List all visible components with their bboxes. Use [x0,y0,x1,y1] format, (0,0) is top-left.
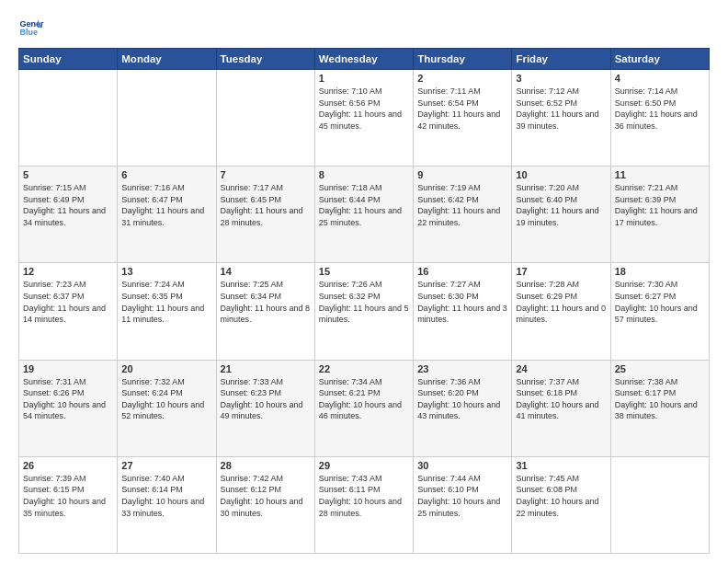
calendar-cell: 24Sunrise: 7:37 AMSunset: 6:18 PMDayligh… [512,360,610,456]
calendar-cell: 6Sunrise: 7:16 AMSunset: 6:47 PMDaylight… [118,167,216,263]
day-info: Sunrise: 7:42 AMSunset: 6:12 PMDaylight:… [221,473,311,519]
day-header-saturday: Saturday [610,49,709,70]
svg-text:Blue: Blue [19,28,38,37]
day-info: Sunrise: 7:14 AMSunset: 6:50 PMDaylight:… [615,86,705,132]
calendar-week-row-1: 1Sunrise: 7:10 AMSunset: 6:56 PMDaylight… [19,70,710,167]
top-section: General Blue [18,15,710,40]
calendar-cell: 30Sunrise: 7:44 AMSunset: 6:10 PMDayligh… [414,456,512,553]
day-info: Sunrise: 7:20 AMSunset: 6:40 PMDaylight:… [516,182,606,228]
day-info: Sunrise: 7:17 AMSunset: 6:45 PMDaylight:… [221,182,311,228]
calendar-week-row-4: 19Sunrise: 7:31 AMSunset: 6:26 PMDayligh… [19,360,710,456]
day-number: 29 [319,460,409,471]
day-info: Sunrise: 7:39 AMSunset: 6:15 PMDaylight:… [23,473,113,519]
calendar-cell: 9Sunrise: 7:19 AMSunset: 6:42 PMDaylight… [414,167,512,263]
day-number: 27 [121,460,211,471]
calendar-cell: 11Sunrise: 7:21 AMSunset: 6:39 PMDayligh… [610,167,709,263]
calendar-cell [216,70,314,167]
day-info: Sunrise: 7:33 AMSunset: 6:23 PMDaylight:… [221,376,311,422]
day-info: Sunrise: 7:11 AMSunset: 6:54 PMDaylight:… [417,86,507,132]
day-number: 24 [516,363,606,374]
calendar-cell: 1Sunrise: 7:10 AMSunset: 6:56 PMDaylight… [314,70,413,167]
calendar-cell: 13Sunrise: 7:24 AMSunset: 6:35 PMDayligh… [118,263,216,360]
day-number: 28 [221,460,311,471]
day-info: Sunrise: 7:23 AMSunset: 6:37 PMDaylight:… [23,279,113,325]
calendar-cell: 27Sunrise: 7:40 AMSunset: 6:14 PMDayligh… [118,456,216,553]
day-number: 3 [516,73,606,84]
calendar-cell: 26Sunrise: 7:39 AMSunset: 6:15 PMDayligh… [19,456,118,553]
calendar-cell [610,456,709,553]
day-info: Sunrise: 7:43 AMSunset: 6:11 PMDaylight:… [319,473,409,519]
day-number: 6 [121,169,211,180]
day-number: 16 [417,266,507,277]
day-header-friday: Friday [512,49,610,70]
page: General Blue SundayMondayTuesdayWednesda… [0,0,728,563]
day-info: Sunrise: 7:31 AMSunset: 6:26 PMDaylight:… [23,376,113,422]
day-info: Sunrise: 7:37 AMSunset: 6:18 PMDaylight:… [516,376,606,422]
day-number: 26 [23,460,113,471]
day-info: Sunrise: 7:28 AMSunset: 6:29 PMDaylight:… [516,279,606,325]
day-info: Sunrise: 7:16 AMSunset: 6:47 PMDaylight:… [121,182,211,228]
day-number: 12 [23,266,113,277]
calendar-cell: 31Sunrise: 7:45 AMSunset: 6:08 PMDayligh… [512,456,610,553]
day-header-thursday: Thursday [414,49,512,70]
day-info: Sunrise: 7:40 AMSunset: 6:14 PMDaylight:… [121,473,211,519]
day-number: 4 [615,73,705,84]
day-info: Sunrise: 7:45 AMSunset: 6:08 PMDaylight:… [516,473,606,519]
logo: General Blue [18,15,44,40]
calendar-cell: 23Sunrise: 7:36 AMSunset: 6:20 PMDayligh… [414,360,512,456]
logo-icon: General Blue [18,15,44,40]
day-number: 11 [615,169,705,180]
calendar-cell: 21Sunrise: 7:33 AMSunset: 6:23 PMDayligh… [216,360,314,456]
calendar-cell: 25Sunrise: 7:38 AMSunset: 6:17 PMDayligh… [610,360,709,456]
day-header-monday: Monday [118,49,216,70]
calendar-week-row-3: 12Sunrise: 7:23 AMSunset: 6:37 PMDayligh… [19,263,710,360]
calendar-cell: 15Sunrise: 7:26 AMSunset: 6:32 PMDayligh… [314,263,413,360]
calendar-cell: 28Sunrise: 7:42 AMSunset: 6:12 PMDayligh… [216,456,314,553]
day-number: 31 [516,460,606,471]
calendar-week-row-2: 5Sunrise: 7:15 AMSunset: 6:49 PMDaylight… [19,167,710,263]
day-info: Sunrise: 7:24 AMSunset: 6:35 PMDaylight:… [121,279,211,325]
day-info: Sunrise: 7:10 AMSunset: 6:56 PMDaylight:… [319,86,409,132]
day-number: 7 [221,169,311,180]
day-number: 23 [417,363,507,374]
calendar-cell: 2Sunrise: 7:11 AMSunset: 6:54 PMDaylight… [414,70,512,167]
day-info: Sunrise: 7:15 AMSunset: 6:49 PMDaylight:… [23,182,113,228]
day-header-tuesday: Tuesday [216,49,314,70]
calendar-cell: 8Sunrise: 7:18 AMSunset: 6:44 PMDaylight… [314,167,413,263]
day-info: Sunrise: 7:30 AMSunset: 6:27 PMDaylight:… [615,279,705,325]
day-number: 8 [319,169,409,180]
day-number: 19 [23,363,113,374]
day-info: Sunrise: 7:26 AMSunset: 6:32 PMDaylight:… [319,279,409,325]
day-info: Sunrise: 7:34 AMSunset: 6:21 PMDaylight:… [319,376,409,422]
day-info: Sunrise: 7:18 AMSunset: 6:44 PMDaylight:… [319,182,409,228]
calendar-cell: 5Sunrise: 7:15 AMSunset: 6:49 PMDaylight… [19,167,118,263]
day-info: Sunrise: 7:38 AMSunset: 6:17 PMDaylight:… [615,376,705,422]
calendar-cell: 29Sunrise: 7:43 AMSunset: 6:11 PMDayligh… [314,456,413,553]
day-number: 13 [121,266,211,277]
calendar-cell: 22Sunrise: 7:34 AMSunset: 6:21 PMDayligh… [314,360,413,456]
calendar-cell: 3Sunrise: 7:12 AMSunset: 6:52 PMDaylight… [512,70,610,167]
day-info: Sunrise: 7:25 AMSunset: 6:34 PMDaylight:… [221,279,311,325]
day-number: 18 [615,266,705,277]
calendar-table: SundayMondayTuesdayWednesdayThursdayFrid… [18,48,710,554]
calendar-cell: 18Sunrise: 7:30 AMSunset: 6:27 PMDayligh… [610,263,709,360]
day-header-sunday: Sunday [19,49,118,70]
calendar-cell: 7Sunrise: 7:17 AMSunset: 6:45 PMDaylight… [216,167,314,263]
calendar-cell: 17Sunrise: 7:28 AMSunset: 6:29 PMDayligh… [512,263,610,360]
day-number: 25 [615,363,705,374]
day-number: 20 [121,363,211,374]
day-info: Sunrise: 7:44 AMSunset: 6:10 PMDaylight:… [417,473,507,519]
day-number: 21 [221,363,311,374]
day-number: 30 [417,460,507,471]
day-number: 22 [319,363,409,374]
day-info: Sunrise: 7:21 AMSunset: 6:39 PMDaylight:… [615,182,705,228]
day-number: 2 [417,73,507,84]
calendar-cell: 19Sunrise: 7:31 AMSunset: 6:26 PMDayligh… [19,360,118,456]
calendar-header-row: SundayMondayTuesdayWednesdayThursdayFrid… [19,49,710,70]
calendar-cell: 10Sunrise: 7:20 AMSunset: 6:40 PMDayligh… [512,167,610,263]
day-number: 10 [516,169,606,180]
day-info: Sunrise: 7:32 AMSunset: 6:24 PMDaylight:… [121,376,211,422]
calendar-cell: 14Sunrise: 7:25 AMSunset: 6:34 PMDayligh… [216,263,314,360]
calendar-cell: 16Sunrise: 7:27 AMSunset: 6:30 PMDayligh… [414,263,512,360]
calendar-cell [118,70,216,167]
